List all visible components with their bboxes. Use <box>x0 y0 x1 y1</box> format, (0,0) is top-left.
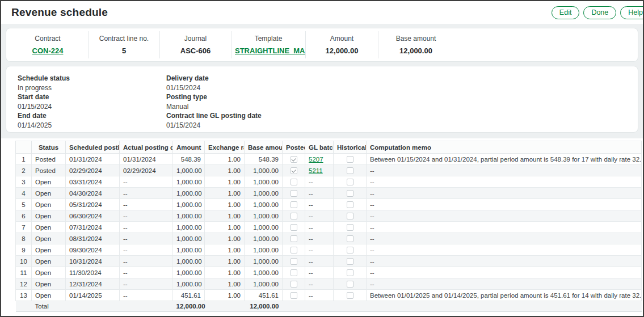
posted-checkbox[interactable] <box>291 281 297 288</box>
historical-cell <box>334 210 367 222</box>
info-section: Contract CON-224 Contract line no. 5 Jou… <box>1 24 643 138</box>
base-amount-cell: 1,000.00 <box>245 165 283 176</box>
schedule-status-value: In progress <box>18 84 166 92</box>
col-header-scheduled-posting-date: Scheduled posting date <box>66 141 120 154</box>
status-cell: Open <box>32 256 66 267</box>
amount-cell: 548.39 <box>173 154 205 165</box>
contract-line-no-label: Contract line no. <box>92 35 156 43</box>
actual-date-cell: -- <box>120 256 173 267</box>
historical-cell <box>334 267 367 278</box>
posted-checkbox[interactable] <box>291 292 297 299</box>
contract-label: Contract <box>11 35 85 43</box>
summary-field-base-amount: Base amount 12,000.00 <box>378 31 453 58</box>
posted-checkbox[interactable] <box>291 156 297 163</box>
table-header-row: StatusScheduled posting dateActual posti… <box>16 141 642 154</box>
historical-checkbox[interactable] <box>347 156 353 163</box>
total-label: Total <box>32 301 66 312</box>
posted-cell <box>283 244 305 256</box>
gl-batch-cell: -- <box>305 267 334 278</box>
summary-field-template: Template STRAIGHTLINE_MANUA <box>231 31 306 58</box>
posted-checkbox[interactable] <box>291 190 297 197</box>
posted-checkbox[interactable] <box>291 179 297 185</box>
historical-cell <box>334 290 367 301</box>
help-button[interactable]: Help <box>620 6 644 19</box>
exchange-rate-cell: 1.00 <box>205 278 245 290</box>
actual-date-cell: 01/31/2024 <box>120 154 173 165</box>
posted-cell <box>283 188 305 199</box>
gl-batch-link[interactable]: 5211 <box>309 167 323 174</box>
historical-checkbox[interactable] <box>347 281 353 288</box>
col-header-historical: Historical <box>334 141 367 154</box>
memo-cell: -- <box>367 278 642 290</box>
end-date-value: 01/14/2025 <box>18 121 166 129</box>
page-title: Revenue schedule <box>11 6 108 19</box>
gl-batch-cell: 5207 <box>305 154 334 165</box>
amount-cell: 1,000.00 <box>173 165 205 176</box>
scheduled-date-cell: 07/31/2024 <box>66 222 120 233</box>
posted-checkbox[interactable] <box>291 201 297 208</box>
start-date-value: 01/15/2024 <box>18 103 166 111</box>
historical-checkbox[interactable] <box>347 224 353 231</box>
posted-cell <box>283 165 305 176</box>
exchange-rate-cell: 1.00 <box>205 165 245 176</box>
posted-checkbox[interactable] <box>291 258 297 265</box>
memo-cell: -- <box>367 256 642 267</box>
actual-date-cell: -- <box>120 278 173 290</box>
historical-cell <box>334 176 367 188</box>
historical-checkbox[interactable] <box>347 167 353 174</box>
posted-checkbox[interactable] <box>291 269 297 276</box>
historical-checkbox[interactable] <box>347 213 353 219</box>
scheduled-date-cell: 10/31/2024 <box>66 256 120 267</box>
gl-batch-link[interactable]: 5207 <box>309 156 323 163</box>
posted-checkbox[interactable] <box>291 247 297 253</box>
scheduled-date-cell: 11/30/2024 <box>66 267 120 278</box>
field-start-date: Start date 01/15/2024 <box>18 92 166 111</box>
summary-field-journal: Journal ASC-606 <box>160 31 231 58</box>
posted-checkbox[interactable] <box>291 213 297 219</box>
details-card: Schedule status In progress Start date 0… <box>6 66 638 133</box>
amount-cell: 1,000.00 <box>173 210 205 222</box>
table-row: 4Open04/30/2024--1,000.001.001,000.00---… <box>16 188 642 199</box>
scheduled-date-cell: 06/30/2024 <box>66 210 120 222</box>
start-date-label: Start date <box>18 93 166 101</box>
scheduled-date-cell: 04/30/2024 <box>66 188 120 199</box>
contract-link[interactable]: CON-224 <box>32 47 64 55</box>
base-amount-cell: 1,000.00 <box>245 244 283 256</box>
row-number-cell: 9 <box>16 244 32 256</box>
historical-checkbox[interactable] <box>347 269 353 276</box>
scheduled-date-cell: 03/31/2024 <box>66 176 120 188</box>
historical-cell <box>334 222 367 233</box>
historical-checkbox[interactable] <box>347 179 353 185</box>
posted-checkbox[interactable] <box>291 167 297 174</box>
historical-checkbox[interactable] <box>347 201 353 208</box>
exchange-rate-cell: 1.00 <box>205 154 245 165</box>
table-row: 12Open12/31/2024--1,000.001.001,000.00--… <box>16 278 642 290</box>
exchange-rate-cell: 1.00 <box>205 267 245 278</box>
journal-value: ASC-606 <box>163 47 228 55</box>
row-number-cell: 2 <box>16 165 32 176</box>
amount-cell: 1,000.00 <box>173 188 205 199</box>
exchange-rate-cell: 1.00 <box>205 210 245 222</box>
memo-cell: -- <box>367 222 642 233</box>
historical-checkbox[interactable] <box>347 235 353 242</box>
historical-checkbox[interactable] <box>347 190 353 197</box>
row-number-cell: 10 <box>16 256 32 267</box>
historical-checkbox[interactable] <box>347 292 353 299</box>
edit-button[interactable]: Edit <box>552 6 580 19</box>
table-row: 1Posted01/31/202401/31/2024548.391.00548… <box>16 154 642 165</box>
status-cell: Open <box>32 267 66 278</box>
col-header-memo: Computation memo <box>367 141 642 154</box>
schedule-status-label: Schedule status <box>18 74 166 82</box>
actual-date-cell: -- <box>120 267 173 278</box>
template-link[interactable]: STRAIGHTLINE_MANUA <box>235 47 306 55</box>
done-button[interactable]: Done <box>583 6 616 19</box>
posted-checkbox[interactable] <box>291 224 297 231</box>
total-amount: 12,000.00 <box>173 301 205 312</box>
base-amount-cell: 1,000.00 <box>245 233 283 244</box>
posted-checkbox[interactable] <box>291 235 297 242</box>
base-amount-cell: 1,000.00 <box>245 267 283 278</box>
field-end-date: End date 01/14/2025 <box>18 111 166 130</box>
historical-checkbox[interactable] <box>347 258 353 265</box>
schedule-table-section: StatusScheduled posting dateActual posti… <box>1 138 643 312</box>
historical-checkbox[interactable] <box>347 247 353 253</box>
